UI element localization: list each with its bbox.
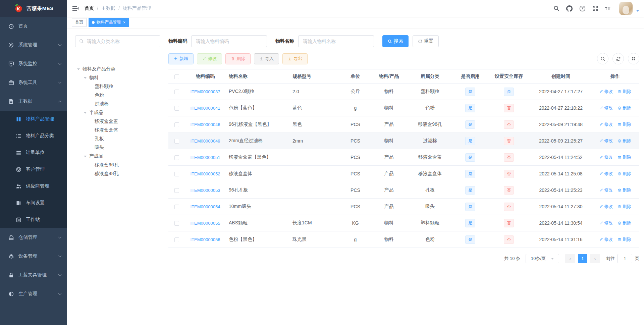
- row-checkbox[interactable]: [174, 188, 179, 193]
- tree-node[interactable]: 过滤棉: [75, 100, 160, 108]
- material-code-link[interactable]: ITEM00000037: [191, 89, 220, 94]
- row-checkbox[interactable]: [174, 237, 179, 242]
- material-code-link[interactable]: ITEM00000051: [191, 155, 220, 160]
- row-delete-button[interactable]: 删除: [618, 138, 631, 144]
- col-header-category[interactable]: 所属分类: [407, 73, 453, 79]
- tree-node[interactable]: 移液盒48孔: [75, 169, 160, 178]
- material-code-link[interactable]: ITEM00000053: [191, 188, 220, 193]
- font-size-icon[interactable]: TT: [602, 0, 615, 17]
- hamburger-icon[interactable]: [67, 0, 84, 17]
- row-delete-button[interactable]: 删除: [618, 220, 631, 226]
- material-name-field[interactable]: [298, 35, 374, 47]
- row-edit-button[interactable]: 修改: [599, 154, 613, 160]
- goto-page-input[interactable]: [618, 254, 632, 263]
- material-code-link[interactable]: ITEM00000049: [191, 139, 220, 144]
- refresh-table-icon[interactable]: [612, 53, 624, 64]
- row-delete-button[interactable]: 删除: [618, 105, 631, 111]
- tree-node[interactable]: 孔板: [75, 134, 160, 143]
- current-page-button[interactable]: 1: [578, 254, 587, 263]
- material-code-link[interactable]: ITEM00000055: [191, 221, 220, 226]
- search-button[interactable]: 搜索: [382, 35, 409, 47]
- sidebar-item-1[interactable]: 系统管理: [0, 36, 67, 54]
- row-edit-button[interactable]: 修改: [599, 187, 613, 193]
- row-edit-button[interactable]: 修改: [599, 89, 613, 95]
- tag-material-management[interactable]: 物料产品管理 ×: [89, 18, 129, 27]
- sidebar-item-10[interactable]: 车间设置: [0, 195, 67, 211]
- tree-node[interactable]: 半成品: [75, 108, 160, 117]
- row-checkbox[interactable]: [174, 221, 179, 226]
- col-header-unit[interactable]: 单位: [339, 73, 371, 79]
- tree-expand-caret-icon[interactable]: [84, 156, 87, 157]
- edit-button[interactable]: 修改: [197, 53, 222, 64]
- col-header-created[interactable]: 创建时间: [531, 73, 591, 79]
- avatar-caret-down-icon[interactable]: [636, 10, 639, 12]
- row-delete-button[interactable]: 删除: [618, 154, 631, 160]
- material-code-link[interactable]: ITEM00000046: [191, 122, 220, 127]
- tree-search-input[interactable]: [86, 38, 156, 44]
- sidebar-item-13[interactable]: 设备管理: [0, 247, 67, 266]
- row-edit-button[interactable]: 修改: [599, 138, 613, 144]
- row-checkbox[interactable]: [174, 172, 179, 176]
- select-all-checkbox[interactable]: [174, 74, 179, 79]
- tag-close-icon[interactable]: ×: [123, 20, 125, 24]
- material-code-field[interactable]: [191, 35, 267, 47]
- row-edit-button[interactable]: 修改: [599, 121, 613, 127]
- row-delete-button[interactable]: 删除: [618, 187, 631, 193]
- sidebar-item-7[interactable]: 计量单位: [0, 144, 67, 161]
- col-header-code[interactable]: 物料编码: [185, 73, 225, 79]
- tag-home[interactable]: 首页: [72, 18, 87, 27]
- reset-button[interactable]: 重置: [413, 35, 439, 47]
- tree-search-field[interactable]: [75, 35, 160, 47]
- col-header-name[interactable]: 物料名称: [225, 73, 289, 79]
- github-icon[interactable]: [563, 0, 576, 17]
- tree-node[interactable]: 色粉: [75, 91, 160, 100]
- fullscreen-icon[interactable]: [589, 0, 602, 17]
- prev-page-button[interactable]: ‹: [565, 254, 575, 263]
- sidebar-item-15[interactable]: 生产管理: [0, 284, 67, 303]
- sidebar-item-2[interactable]: 系统监控: [0, 54, 67, 73]
- tree-node[interactable]: 移液盒盒体: [75, 126, 160, 134]
- header-search-icon[interactable]: [550, 0, 563, 17]
- sidebar-item-4[interactable]: 主数据: [0, 92, 67, 111]
- tree-node[interactable]: 移液盒盒盖: [75, 117, 160, 126]
- row-checkbox[interactable]: [174, 90, 179, 94]
- material-code-link[interactable]: ITEM00000052: [191, 171, 220, 176]
- material-code-input[interactable]: [195, 38, 263, 44]
- row-edit-button[interactable]: 修改: [599, 204, 613, 210]
- row-edit-button[interactable]: 修改: [599, 105, 613, 111]
- col-header-spec[interactable]: 规格型号: [289, 73, 339, 79]
- row-edit-button[interactable]: 修改: [599, 236, 613, 242]
- tree-expand-caret-icon[interactable]: [84, 77, 87, 79]
- row-checkbox[interactable]: [174, 106, 179, 111]
- row-checkbox[interactable]: [174, 122, 179, 127]
- page-size-select[interactable]: 10条/页: [526, 254, 559, 263]
- col-header-enabled[interactable]: 是否启用: [453, 73, 487, 79]
- material-code-link[interactable]: ITEM00000054: [191, 204, 220, 209]
- row-edit-button[interactable]: 修改: [599, 171, 613, 177]
- toggle-search-icon[interactable]: [597, 53, 608, 64]
- row-checkbox[interactable]: [174, 205, 179, 209]
- sidebar-item-6[interactable]: 物料产品分类: [0, 127, 67, 144]
- tree-node[interactable]: 物料及产品分类: [75, 65, 160, 73]
- help-icon[interactable]: [576, 0, 589, 17]
- material-code-link[interactable]: ITEM00000056: [191, 237, 220, 242]
- tree-expand-caret-icon[interactable]: [84, 112, 87, 114]
- row-delete-button[interactable]: 删除: [618, 89, 631, 95]
- row-delete-button[interactable]: 删除: [618, 121, 631, 127]
- sidebar-item-active[interactable]: 物料产品管理: [0, 111, 67, 127]
- material-code-link[interactable]: ITEM00000041: [191, 106, 220, 111]
- export-button[interactable]: 导出: [282, 53, 308, 64]
- column-settings-icon[interactable]: [628, 53, 639, 64]
- sidebar-item-3[interactable]: 系统工具: [0, 73, 67, 92]
- breadcrumb-home[interactable]: 首页: [85, 5, 94, 11]
- row-checkbox[interactable]: [174, 139, 179, 144]
- col-header-kind[interactable]: 物料/产品: [371, 73, 407, 79]
- delete-button[interactable]: 删除: [225, 53, 251, 64]
- import-button[interactable]: 导入: [254, 53, 279, 64]
- app-logo[interactable]: K 苦糖果MES: [0, 0, 67, 17]
- tree-node[interactable]: 产成品: [75, 152, 160, 161]
- breadcrumb-master-data[interactable]: 主数据: [101, 5, 115, 11]
- row-edit-button[interactable]: 修改: [599, 220, 613, 226]
- row-checkbox[interactable]: [174, 155, 179, 160]
- sidebar-item-0[interactable]: 首页: [0, 17, 67, 36]
